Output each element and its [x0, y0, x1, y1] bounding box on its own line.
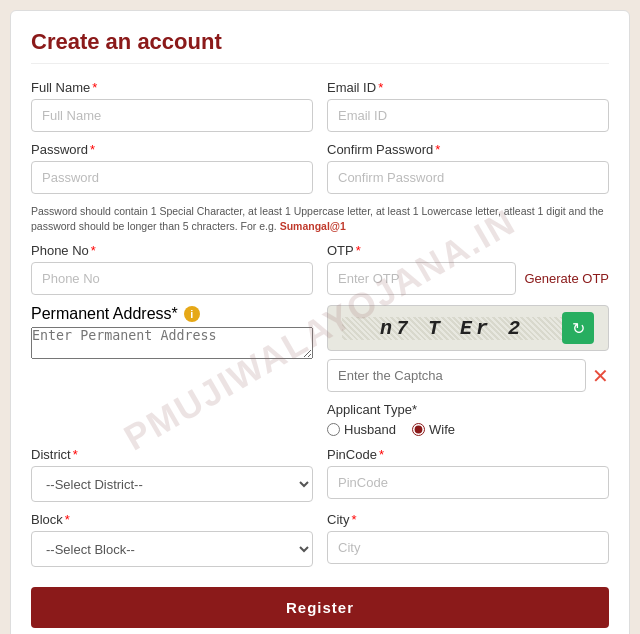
row-password: Password* Confirm Password*: [31, 142, 609, 194]
phone-input[interactable]: [31, 262, 313, 295]
password-hint: Password should contain 1 Special Charac…: [31, 204, 609, 233]
page-title: Create an account: [31, 29, 609, 64]
otp-label: OTP*: [327, 243, 609, 258]
block-select[interactable]: --Select Block--: [31, 531, 313, 567]
clear-captcha-button[interactable]: ✕: [592, 364, 609, 388]
register-button[interactable]: Register: [31, 587, 609, 628]
address-label-row: Permanent Address* i: [31, 305, 313, 323]
applicant-wife-option[interactable]: Wife: [412, 422, 455, 437]
district-group: District* --Select District--: [31, 447, 313, 502]
row-address-captcha: Permanent Address* i n7 T Er 2 ↻ ✕ Appli…: [31, 305, 609, 437]
captcha-group: n7 T Er 2 ↻ ✕ Applicant Type* Husband Wi…: [327, 305, 609, 437]
pincode-group: PinCode*: [327, 447, 609, 502]
info-icon[interactable]: i: [184, 306, 200, 322]
otp-row: Generate OTP: [327, 262, 609, 295]
address-group: Permanent Address* i: [31, 305, 313, 437]
city-group: City*: [327, 512, 609, 567]
row-block-city: Block* --Select Block-- City*: [31, 512, 609, 567]
address-label: Permanent Address*: [31, 305, 178, 323]
block-group: Block* --Select Block--: [31, 512, 313, 567]
full-name-group: Full Name*: [31, 80, 313, 132]
city-label: City*: [327, 512, 609, 527]
full-name-label: Full Name*: [31, 80, 313, 95]
block-label: Block*: [31, 512, 313, 527]
captcha-value: n7 T Er 2: [342, 317, 562, 340]
applicant-type-group: Applicant Type* Husband Wife: [327, 400, 609, 437]
full-name-input[interactable]: [31, 99, 313, 132]
generate-otp-button[interactable]: Generate OTP: [524, 271, 609, 286]
pincode-label: PinCode*: [327, 447, 609, 462]
confirm-password-input[interactable]: [327, 161, 609, 194]
email-input[interactable]: [327, 99, 609, 132]
password-group: Password*: [31, 142, 313, 194]
city-input[interactable]: [327, 531, 609, 564]
applicant-type-label: Applicant Type*: [327, 402, 417, 417]
address-input[interactable]: [31, 327, 313, 359]
captcha-input-row: ✕: [327, 359, 609, 392]
password-label: Password*: [31, 142, 313, 157]
captcha-display: n7 T Er 2 ↻: [327, 305, 609, 351]
district-select[interactable]: --Select District--: [31, 466, 313, 502]
otp-group: OTP* Generate OTP: [327, 243, 609, 295]
husband-radio[interactable]: [327, 423, 340, 436]
email-label: Email ID*: [327, 80, 609, 95]
row-district-pincode: District* --Select District-- PinCode*: [31, 447, 609, 502]
district-label: District*: [31, 447, 313, 462]
password-input[interactable]: [31, 161, 313, 194]
create-account-card: PMUJIWALAYOJANA.IN Create an account Ful…: [10, 10, 630, 634]
phone-label: Phone No*: [31, 243, 313, 258]
phone-group: Phone No*: [31, 243, 313, 295]
captcha-input[interactable]: [327, 359, 586, 392]
confirm-password-label: Confirm Password*: [327, 142, 609, 157]
wife-radio[interactable]: [412, 423, 425, 436]
applicant-husband-option[interactable]: Husband: [327, 422, 396, 437]
row-name-email: Full Name* Email ID*: [31, 80, 609, 132]
pincode-input[interactable]: [327, 466, 609, 499]
confirm-password-group: Confirm Password*: [327, 142, 609, 194]
row-phone-otp: Phone No* OTP* Generate OTP: [31, 243, 609, 295]
refresh-captcha-button[interactable]: ↻: [562, 312, 594, 344]
email-group: Email ID*: [327, 80, 609, 132]
otp-input[interactable]: [327, 262, 516, 295]
applicant-type-options: Husband Wife: [327, 422, 609, 437]
